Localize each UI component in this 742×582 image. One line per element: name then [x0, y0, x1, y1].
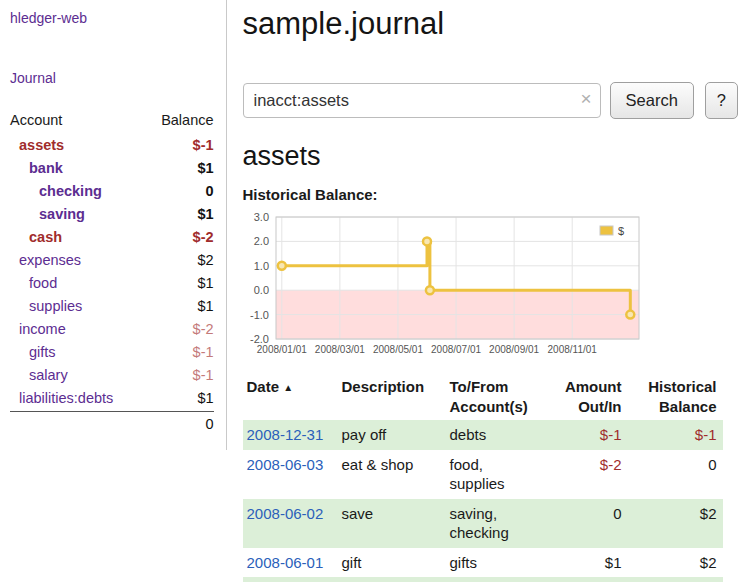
- search-bar: × Search ?: [243, 82, 738, 119]
- account-link-cash[interactable]: cash: [29, 229, 62, 245]
- svg-text:1.0: 1.0: [253, 260, 268, 272]
- svg-text:$: $: [618, 225, 624, 237]
- sort-asc-icon: ▲: [283, 382, 293, 393]
- account-row-gifts: gifts $-1: [10, 340, 214, 363]
- account-balance: $1: [197, 298, 213, 314]
- sidebar-item-journal[interactable]: Journal: [10, 70, 214, 86]
- account-balance: $-1: [193, 344, 214, 360]
- register-table: Date ▲ Description To/From Account(s) Am…: [243, 375, 723, 582]
- account-link-expenses[interactable]: expenses: [19, 252, 81, 268]
- sidebar: hledger-web Journal Account Balance asse…: [0, 0, 227, 450]
- cell-accounts: debts: [446, 420, 546, 450]
- register-row: 2008-12-31 pay off debts $-1 $-1: [243, 420, 723, 450]
- app-title-link[interactable]: hledger-web: [10, 10, 214, 26]
- svg-text:2008/07/01: 2008/07/01: [431, 344, 481, 355]
- cell-description: eat & shop: [338, 450, 446, 499]
- svg-text:-1.0: -1.0: [250, 309, 269, 321]
- account-row-salary: salary $-1: [10, 363, 214, 386]
- accounts-header-account: Account: [10, 112, 62, 128]
- account-balance: $1: [197, 390, 213, 406]
- cell-date: 2008-01-01: [243, 577, 338, 582]
- account-link-food[interactable]: food: [29, 275, 57, 291]
- search-input[interactable]: [243, 83, 601, 118]
- date-link[interactable]: 2008-06-03: [247, 456, 324, 473]
- account-balance: $1: [197, 206, 213, 222]
- accounts-total-row: 0: [10, 411, 214, 436]
- cell-date: 2008-12-31: [243, 420, 338, 450]
- svg-text:2008/09/01: 2008/09/01: [489, 344, 539, 355]
- cell-amount: $1: [546, 548, 628, 578]
- accounts-table-header: Account Balance: [10, 108, 214, 133]
- clear-search-icon[interactable]: ×: [580, 88, 591, 110]
- cell-accounts: salary: [446, 577, 546, 582]
- cell-amount: $-2: [546, 450, 628, 499]
- date-link[interactable]: 2008-12-31: [247, 426, 324, 443]
- account-link-liabilities-debts[interactable]: liabilities:debts: [19, 390, 113, 406]
- page-title: sample.journal: [243, 6, 738, 42]
- account-row-cash: cash $-2: [10, 225, 214, 248]
- header-accounts: To/From Account(s): [446, 375, 546, 420]
- account-heading: assets: [243, 141, 738, 172]
- account-balance: 0: [205, 183, 213, 199]
- cell-balance: $2: [628, 548, 723, 578]
- register-header-row: Date ▲ Description To/From Account(s) Am…: [243, 375, 723, 420]
- search-button[interactable]: Search: [610, 82, 694, 119]
- register-row: 2008-06-01 gift gifts $1 $2: [243, 548, 723, 578]
- cell-date: 2008-06-01: [243, 548, 338, 578]
- cell-description: income: [338, 577, 446, 582]
- header-date[interactable]: Date ▲: [243, 375, 338, 420]
- date-link[interactable]: 2008-06-02: [247, 505, 324, 522]
- help-button[interactable]: ?: [705, 82, 738, 119]
- cell-balance: $2: [628, 499, 723, 548]
- search-box: ×: [243, 83, 601, 118]
- account-row-supplies: supplies $1: [10, 294, 214, 317]
- account-balance: $-2: [193, 321, 214, 337]
- cell-balance: $1: [628, 577, 723, 582]
- cell-accounts: food, supplies: [446, 450, 546, 499]
- cell-balance: 0: [628, 450, 723, 499]
- header-date-label: Date: [247, 378, 280, 395]
- cell-accounts: saving, checking: [446, 499, 546, 548]
- account-row-saving: saving $1: [10, 202, 214, 225]
- register-row: 2008-06-02 save saving, checking 0 $2: [243, 499, 723, 548]
- account-row-checking: checking 0: [10, 179, 214, 202]
- account-link-gifts[interactable]: gifts: [29, 344, 56, 360]
- account-link-supplies[interactable]: supplies: [29, 298, 82, 314]
- accounts-header-balance: Balance: [161, 112, 213, 128]
- main-content: sample.journal × Search ? assets Histori…: [227, 0, 742, 582]
- account-link-income[interactable]: income: [19, 321, 66, 337]
- account-row-bank: bank $1: [10, 156, 214, 179]
- cell-accounts: gifts: [446, 548, 546, 578]
- cell-amount: $-1: [546, 420, 628, 450]
- cell-amount: 0: [546, 499, 628, 548]
- header-description: Description: [338, 375, 446, 420]
- chart-title: Historical Balance:: [243, 186, 738, 203]
- account-balance: $-1: [193, 367, 214, 383]
- svg-text:3.0: 3.0: [253, 211, 268, 223]
- header-balance: Historical Balance: [628, 375, 723, 420]
- date-link[interactable]: 2008-06-01: [247, 554, 324, 571]
- account-row-food: food $1: [10, 271, 214, 294]
- cell-description: save: [338, 499, 446, 548]
- cell-amount: $1: [546, 577, 628, 582]
- account-balance: $1: [197, 275, 213, 291]
- account-balance: $-2: [193, 229, 214, 245]
- account-link-assets[interactable]: assets: [19, 137, 64, 153]
- cell-date: 2008-06-03: [243, 450, 338, 499]
- account-row-expenses: expenses $2: [10, 248, 214, 271]
- account-link-checking[interactable]: checking: [39, 183, 102, 199]
- cell-balance: $-1: [628, 420, 723, 450]
- register-row: 2008-01-01 income salary $1 $1: [243, 577, 723, 582]
- account-link-saving[interactable]: saving: [39, 206, 85, 222]
- account-link-bank[interactable]: bank: [29, 160, 63, 176]
- svg-text:2008/03/01: 2008/03/01: [314, 344, 364, 355]
- account-link-salary[interactable]: salary: [29, 367, 68, 383]
- accounts-total: 0: [205, 416, 213, 432]
- cell-description: gift: [338, 548, 446, 578]
- svg-text:2.0: 2.0: [253, 235, 268, 247]
- svg-text:2008/05/01: 2008/05/01: [372, 344, 422, 355]
- historical-balance-chart: 3.02.01.00.0-1.0-2.02008/01/012008/03/01…: [243, 209, 645, 359]
- cell-description: pay off: [338, 420, 446, 450]
- cell-date: 2008-06-02: [243, 499, 338, 548]
- account-row-liabilities-debts: liabilities:debts $1: [10, 386, 214, 409]
